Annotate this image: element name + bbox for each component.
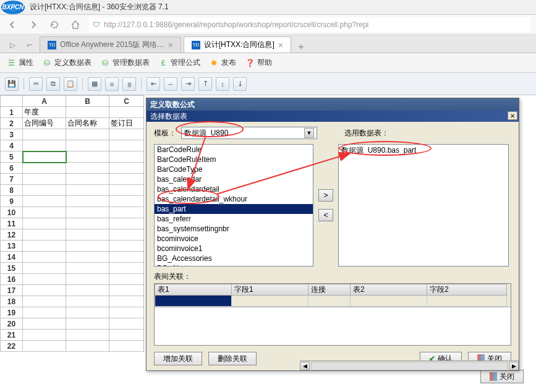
cell[interactable] <box>23 129 66 140</box>
align-top-icon[interactable]: ⤒ <box>198 77 212 91</box>
row-header[interactable]: 12 <box>1 229 23 241</box>
row-header[interactable]: 6 <box>1 163 23 174</box>
outer-close-button[interactable]: 关闭 <box>480 370 524 383</box>
help-button[interactable]: ❓帮助 <box>245 58 272 68</box>
col-header-a[interactable]: A <box>23 96 66 107</box>
dialog-title[interactable]: 定义取数公式 <box>147 98 519 111</box>
selected-cell[interactable] <box>23 151 66 163</box>
paste-icon[interactable]: 📋 <box>64 77 77 91</box>
row-header[interactable]: 22 <box>1 341 23 352</box>
rel-col-conn[interactable]: 连接 <box>308 284 351 296</box>
list-item[interactable]: bas_referr <box>155 214 313 224</box>
cell[interactable] <box>23 140 66 151</box>
align-right-icon[interactable]: ⇥ <box>181 77 195 91</box>
manage-formula-button[interactable]: £管理公式 <box>158 58 200 68</box>
relation-table[interactable]: 表1 字段1 连接 表2 字段2 <box>154 283 511 346</box>
row-header[interactable]: 4 <box>1 140 23 151</box>
cell[interactable]: 合同名称 <box>66 118 109 129</box>
list-item[interactable]: bas_calendardetail_wkhour <box>155 194 313 204</box>
dialog-scrollbar[interactable]: ◀ ▶ <box>300 360 519 370</box>
row-header[interactable]: 11 <box>1 218 23 229</box>
row-header[interactable]: 19 <box>1 307 23 318</box>
row-header[interactable]: 16 <box>1 274 23 285</box>
cell[interactable] <box>66 140 109 151</box>
list-item[interactable]: bas_systemsettingnbr <box>155 224 313 234</box>
cell[interactable] <box>109 140 144 151</box>
add-relation-button[interactable]: 增加关联 <box>154 352 202 365</box>
row-header[interactable]: 7 <box>1 174 23 185</box>
list-item[interactable]: BG_Alert <box>155 263 313 266</box>
selected-tables-listbox[interactable]: 数据源_U890.bas_part <box>338 144 509 266</box>
list-item[interactable]: BarCodeRuleItem <box>155 155 313 164</box>
row-header[interactable]: 20 <box>1 318 23 330</box>
align-left-icon[interactable]: ⇤ <box>147 77 160 91</box>
col-header-b[interactable]: B <box>66 96 109 107</box>
rel-col-field1[interactable]: 字段1 <box>232 284 308 296</box>
cell[interactable] <box>109 107 144 118</box>
row-header[interactable]: 3 <box>1 129 23 140</box>
list-item[interactable]: bcominvoice1 <box>155 244 313 254</box>
rel-col-field2[interactable]: 字段2 <box>427 284 507 296</box>
save-icon[interactable]: 💾 <box>5 77 19 91</box>
delete-relation-button[interactable]: 删除关联 <box>208 352 257 365</box>
row-icon[interactable]: ≡ <box>105 77 119 91</box>
tab-history-button[interactable]: ▷ <box>5 38 20 53</box>
list-item[interactable]: BG_Accessories <box>155 254 313 263</box>
row-header[interactable]: 5 <box>1 151 23 163</box>
move-right-button[interactable]: > <box>318 189 333 202</box>
url-bar[interactable]: 🛡 http://127.0.0.1:9886/general/reportsh… <box>89 17 531 32</box>
row-header[interactable]: 1 <box>1 107 23 118</box>
close-icon[interactable]: × <box>278 40 283 50</box>
row-header[interactable]: 10 <box>1 207 23 218</box>
row-header[interactable]: 14 <box>1 252 23 263</box>
tab-restore-button[interactable]: ⤺ <box>22 38 37 53</box>
properties-button[interactable]: ☰属性 <box>6 58 33 68</box>
available-tables-listbox[interactable]: BarCodeRuleBarCodeRuleItemBarCodeTypebas… <box>154 144 313 266</box>
cut-icon[interactable]: ✂ <box>29 77 43 91</box>
scroll-right-icon[interactable]: ▶ <box>509 362 519 370</box>
row-header[interactable]: 2 <box>1 118 23 129</box>
list-item[interactable]: bas_calendar <box>155 174 313 184</box>
list-item[interactable]: bas_part <box>155 204 313 214</box>
new-tab-button[interactable]: + <box>294 41 308 53</box>
tab-office-anywhere[interactable]: TD Office Anywhere 2015版 网络… × <box>40 36 181 53</box>
manage-datasource-button[interactable]: ⛁管理数据表 <box>100 58 150 68</box>
back-button[interactable] <box>5 17 20 32</box>
align-bottom-icon[interactable]: ⤓ <box>233 77 247 91</box>
cell[interactable]: 合同编号 <box>23 118 66 129</box>
list-item[interactable]: BarCodeType <box>155 164 313 174</box>
align-middle-icon[interactable]: ↕ <box>216 77 229 91</box>
cell[interactable]: 年度 <box>23 107 66 118</box>
grid-icon[interactable]: ▦ <box>88 77 101 91</box>
rel-col-table2[interactable]: 表2 <box>351 284 427 296</box>
row-header[interactable]: 15 <box>1 263 23 274</box>
list-item[interactable]: bas_calendardetail <box>155 184 313 194</box>
copy-icon[interactable]: ⧉ <box>46 77 60 91</box>
row-header[interactable]: 18 <box>1 296 23 307</box>
rel-selected-cell[interactable] <box>155 296 232 307</box>
rel-col-table1[interactable]: 表1 <box>155 284 232 296</box>
row-header[interactable]: 21 <box>1 330 23 341</box>
list-item[interactable]: 数据源_U890.bas_part <box>339 145 508 156</box>
publish-button[interactable]: ✺发布 <box>209 58 236 68</box>
forward-button[interactable] <box>26 17 41 32</box>
close-icon[interactable]: × <box>168 40 173 50</box>
home-button[interactable] <box>68 17 83 32</box>
column-icon[interactable]: ⫼ <box>122 77 136 91</box>
row-header[interactable]: 17 <box>1 285 23 296</box>
cell[interactable] <box>109 129 144 140</box>
row-header[interactable]: 13 <box>1 241 23 252</box>
align-center-icon[interactable]: ↔ <box>164 77 177 91</box>
cell[interactable] <box>66 107 109 118</box>
define-datasource-button[interactable]: ⛁定义数据表 <box>42 58 91 68</box>
move-left-button[interactable]: < <box>318 209 333 221</box>
list-item[interactable]: bcominvoice <box>155 234 313 244</box>
reload-button[interactable] <box>47 17 62 32</box>
dialog-close-button[interactable]: ✕ <box>508 111 517 120</box>
row-header[interactable]: 8 <box>1 185 23 196</box>
template-combobox[interactable]: 数据源_U890 ▼ <box>181 127 317 139</box>
scroll-left-icon[interactable]: ◀ <box>300 362 310 370</box>
chevron-down-icon[interactable]: ▼ <box>304 128 314 138</box>
cell[interactable]: 签订日 <box>109 118 144 129</box>
tab-design[interactable]: TD 设计[HTXX:合同信息] × <box>184 36 291 53</box>
